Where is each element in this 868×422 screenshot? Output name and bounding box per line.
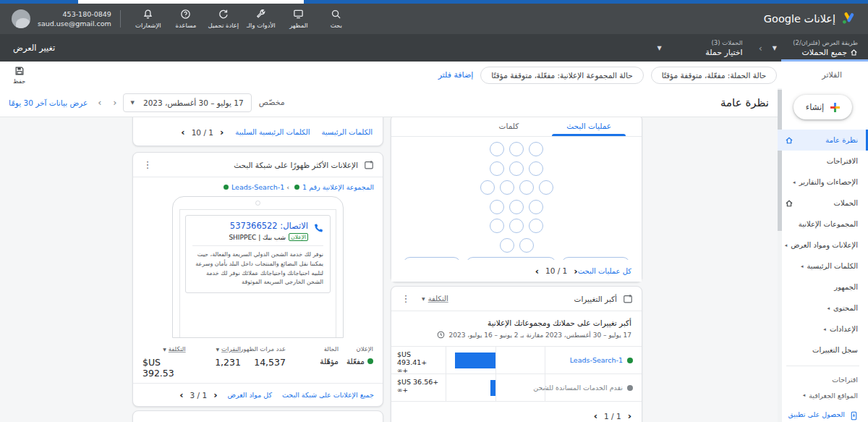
next-page-icon[interactable]: › bbox=[213, 389, 217, 400]
search-button[interactable]: بحث bbox=[318, 9, 355, 29]
create-button[interactable]: إنشاء bbox=[793, 95, 853, 119]
prev-page-icon[interactable]: ‹ bbox=[535, 266, 539, 277]
entity-link[interactable]: نقدم الخدمات المساندة للشحن bbox=[533, 384, 623, 392]
sidebar-item[interactable]: الاقتراحات ◂ bbox=[778, 151, 868, 172]
stat-header[interactable]: الإعلان bbox=[356, 345, 373, 353]
sidebar-item[interactable]: الجمهور ◂ bbox=[778, 277, 868, 297]
appearance-button[interactable]: المظهر bbox=[280, 9, 318, 29]
all-search-terms-link[interactable]: كل عمليات البحث bbox=[578, 267, 631, 275]
page-indicator: 3 / 1 bbox=[190, 391, 208, 400]
stat-value: $US 392.53 bbox=[142, 357, 186, 379]
tools-button[interactable]: الأدوات والـ bbox=[242, 9, 280, 29]
avatar[interactable] bbox=[12, 9, 30, 28]
next-card-stub bbox=[132, 410, 383, 422]
search-term-chip[interactable] bbox=[509, 161, 524, 176]
campaigns-caption: الحملات (3) bbox=[671, 39, 743, 46]
pagination: ‹ 10 / 1 › bbox=[181, 127, 224, 138]
search-term-chip[interactable] bbox=[529, 142, 543, 156]
tab[interactable]: عمليات البحث bbox=[563, 117, 614, 136]
chevron-down-icon[interactable]: ▼ bbox=[773, 45, 777, 51]
search-term-chip[interactable] bbox=[490, 142, 504, 156]
prev-page-icon[interactable]: ‹ bbox=[181, 127, 184, 138]
chevron-left-icon: ◂ bbox=[801, 263, 804, 269]
ad-call-line[interactable]: الاتصال: 537366522 bbox=[229, 221, 308, 231]
search-term-chip[interactable] bbox=[519, 180, 534, 195]
all-assets-link[interactable]: كل مواد العرض bbox=[228, 391, 272, 399]
search-term-chip[interactable] bbox=[529, 219, 543, 233]
sidebar-item[interactable]: الإحصاءات والتقارير ◂ bbox=[778, 172, 868, 193]
sidebar-item-label: المواقع الجغرافية bbox=[809, 392, 858, 400]
all-search-ads-link[interactable]: جميع الإعلانات على شبكة البحث bbox=[282, 391, 374, 399]
next-page-icon[interactable]: › bbox=[574, 266, 577, 277]
top-ads-card: الإعلانات الأكثر ظهورًا على شبكة البحث ⋮… bbox=[132, 152, 383, 407]
stat-header[interactable]: عدد مرات الظهور bbox=[240, 345, 286, 353]
sidebar-item[interactable]: المجموعات الإعلانية ◂ bbox=[778, 214, 868, 235]
sidebar-item[interactable]: المواقع الجغرافية ◂ bbox=[778, 387, 868, 403]
search-term-chip[interactable] bbox=[529, 161, 543, 176]
reload-button[interactable]: إعادة تحميل bbox=[205, 9, 242, 29]
adgroup-link[interactable]: المجموعة الإعلانية رقم 1 bbox=[302, 183, 374, 191]
chevron-down-icon[interactable]: ▼ bbox=[657, 45, 661, 51]
search-term-chip[interactable] bbox=[539, 180, 553, 195]
change-view-button[interactable]: تغيير العرض bbox=[0, 43, 55, 53]
save-button[interactable]: حفظ bbox=[13, 66, 26, 85]
date-prev-button[interactable]: ‹ bbox=[98, 97, 101, 108]
stat-header[interactable]: التكلفة bbox=[169, 345, 186, 353]
campaign-link[interactable]: Leads-Search-1 bbox=[231, 183, 284, 191]
search-term-chip[interactable] bbox=[490, 161, 504, 176]
sidebar-item[interactable]: الإعلانات ومواد العرض ◂ bbox=[778, 235, 868, 256]
nav-all-campaigns[interactable]: طريقة العرض (فلتران/2) جميع الحملات bbox=[781, 34, 868, 62]
nav-select-campaign[interactable]: الحملات (3) اختيار حملة bbox=[666, 34, 753, 62]
account-info[interactable]: 453-180-0849 saud.use@gmail.com bbox=[38, 9, 111, 29]
status-dot-enabled bbox=[367, 358, 373, 364]
sidebar-item[interactable]: اقتراحات ◂ bbox=[778, 371, 868, 387]
filter-chip-campaign-status[interactable]: حالة الحملة: مفعّلة، متوقفة مؤقتًا bbox=[651, 67, 778, 84]
date-range-picker[interactable]: 17 يوليو – 30 أغسطس، 2023 ▼ bbox=[123, 93, 252, 112]
negative-keywords-link[interactable]: الكلمات الرئيسية السلبية bbox=[235, 128, 310, 136]
next-page-icon[interactable]: › bbox=[220, 127, 224, 138]
filter-chip-adgroup-status[interactable]: حالة المجموعة الإعلانية: مفعّلة، متوقفة … bbox=[480, 67, 643, 84]
prev-page-icon[interactable]: ‹ bbox=[179, 389, 183, 400]
sidebar-item[interactable]: المحتوى ◂ bbox=[778, 297, 868, 318]
table-row[interactable]: نقدم الخدمات المساندة للشحن $US 36.56+ ∞… bbox=[391, 374, 642, 402]
search-terms-chips bbox=[391, 137, 642, 260]
stat-header[interactable]: الحالة bbox=[324, 345, 339, 353]
keywords-link[interactable]: الكلمات الرئيسية bbox=[321, 128, 373, 136]
sidebar-item[interactable]: الكلمات الرئيسية ◂ bbox=[778, 256, 868, 277]
sidebar-item[interactable]: سجل التغييرات ◂ bbox=[778, 339, 868, 360]
prev-page-icon[interactable]: ‹ bbox=[594, 410, 597, 421]
search-term-chip[interactable] bbox=[500, 180, 514, 195]
search-term-chip[interactable] bbox=[490, 219, 504, 233]
metric-dropdown[interactable]: التكلفة ▼ bbox=[422, 295, 448, 303]
sidebar-item[interactable]: الإعدادات ◂ bbox=[778, 318, 868, 339]
more-options-button[interactable]: ⋮ bbox=[400, 293, 412, 304]
search-term-chip[interactable] bbox=[529, 200, 543, 214]
sidebar-item[interactable]: نظرة عامة ◂ bbox=[778, 130, 868, 151]
table-row[interactable]: Leads-Search-1 $US 493.41+ ∞+ bbox=[391, 347, 642, 374]
change-percent: ∞+ bbox=[397, 387, 440, 394]
notifications-button[interactable]: الإشعارات bbox=[129, 9, 167, 29]
search-term-chip[interactable] bbox=[509, 200, 524, 214]
search-term-chip[interactable] bbox=[509, 219, 524, 233]
mobile-app-link[interactable]: الحصول على تطبيق "إعلانات Google" المتوا… bbox=[778, 403, 868, 422]
account-email: saud.use@gmail.com bbox=[38, 19, 111, 28]
entity-link[interactable]: Leads-Search-1 bbox=[570, 356, 623, 364]
stat-header[interactable]: النقرات bbox=[221, 345, 241, 353]
search-term-chip[interactable] bbox=[509, 142, 524, 156]
search-term-chip[interactable] bbox=[490, 200, 504, 214]
scope-navbar: طريقة العرض (فلتران/2) جميع الحملات ▼ ‹ … bbox=[0, 34, 868, 62]
more-options-button[interactable]: ⋮ bbox=[142, 159, 153, 170]
search-term-chip[interactable] bbox=[519, 238, 534, 253]
search-term-chip[interactable] bbox=[480, 180, 495, 195]
search-term-chip[interactable] bbox=[500, 238, 514, 253]
next-page-icon[interactable]: › bbox=[628, 410, 631, 421]
add-filter-button[interactable]: إضافة فلتر bbox=[438, 70, 474, 80]
sidebar-item[interactable]: الحملات ◂ bbox=[778, 193, 868, 214]
show-last-30-days-link[interactable]: عرض بيانات آخر 30 يومًا bbox=[9, 98, 88, 107]
tab[interactable]: كلمات bbox=[496, 117, 522, 136]
date-next-button[interactable]: › bbox=[113, 97, 116, 108]
help-button[interactable]: مساعدة bbox=[167, 9, 205, 29]
search-terms-card: عمليات البحثكلمات كل عمليات البحث ‹ 1 bbox=[391, 117, 642, 282]
chevron-down-icon: ▼ bbox=[131, 100, 135, 106]
status-dot bbox=[627, 358, 633, 363]
